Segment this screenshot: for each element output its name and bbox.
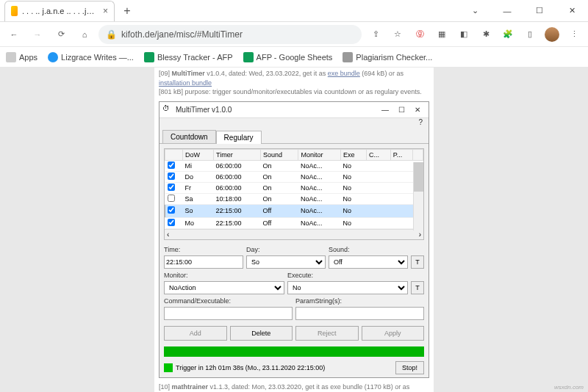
row-checkbox[interactable]	[168, 219, 175, 226]
browser-titlebar: . . . .. j.a.n.e .. . . .just.another.na…	[0, 0, 588, 22]
url-field[interactable]: 🔒 kifoth.de/jane/misc/#MultiTimer	[98, 25, 362, 44]
translate-icon[interactable]: ⓖ	[410, 25, 429, 44]
table-row[interactable]: Fr06:00:00OnNoAc...No	[165, 182, 423, 193]
monitor-label: Monitor:	[164, 272, 284, 279]
timer-table: DoWTimer SoundMonitor ExeC...P... Mi06:0…	[164, 148, 424, 240]
progress-bar	[164, 346, 424, 357]
multitimer-window: ⏱ MultiTimer v1.0.0 — ☐ ✕ ? Countdown Re…	[159, 101, 429, 378]
reject-button[interactable]: Reject	[295, 326, 359, 341]
star-icon[interactable]: ☆	[388, 25, 407, 44]
avatar[interactable]	[542, 25, 562, 44]
row-checkbox[interactable]	[168, 173, 175, 180]
browser-tab[interactable]: . . . .. j.a.n.e .. . . .just.another.na…	[4, 1, 115, 21]
tab-regulary[interactable]: Regulary	[216, 131, 262, 144]
watermark: wsxdn.com	[554, 384, 584, 391]
table-row[interactable]: Mo22:15:00OffNoAc...No	[165, 217, 423, 228]
back-icon[interactable]: ←	[4, 25, 24, 44]
close-tab-icon[interactable]: ×	[103, 6, 108, 16]
table-header-row: DoWTimer SoundMonitor ExeC...P...	[165, 149, 423, 160]
bookmark-afp[interactable]: AFP - Google Sheets	[243, 52, 333, 62]
execute-select[interactable]: No	[287, 281, 408, 294]
favicon	[11, 6, 18, 16]
mathtrainer-meta: [10] mathtrainer v1.1.3, dated: Mon, 23.…	[159, 378, 429, 392]
sound-select[interactable]: Off	[329, 255, 408, 269]
close-window-icon[interactable]: ✕	[556, 0, 588, 22]
time-label: Time:	[164, 246, 243, 253]
row-checkbox[interactable]	[168, 184, 175, 191]
new-tab-button[interactable]: +	[118, 1, 137, 21]
row-checkbox[interactable]	[168, 195, 175, 202]
maximize-icon[interactable]: ☐	[523, 0, 556, 22]
delete-button[interactable]: Delete	[230, 326, 293, 341]
install-bundle-link[interactable]: installation bundle	[159, 79, 212, 87]
panel-icon[interactable]: ▯	[520, 25, 539, 44]
forward-icon[interactable]: →	[28, 25, 47, 44]
app-title: MultiTimer v1.0.0	[176, 106, 377, 114]
reload-icon[interactable]: ⟳	[51, 25, 71, 44]
app-titlebar: ⏱ MultiTimer v1.0.0 — ☐ ✕	[159, 102, 429, 118]
execute-t-button[interactable]: T	[411, 281, 424, 294]
tab-title: . . . .. j.a.n.e .. . . .just.another.na…	[22, 7, 98, 15]
share-icon[interactable]: ⇪	[366, 25, 385, 44]
horizontal-scrollbar[interactable]: ‹›	[165, 229, 423, 239]
add-button[interactable]: Add	[164, 326, 227, 341]
page-body: [09] MultiTimer v1.0.4, dated: Wed, 23.0…	[0, 68, 588, 392]
time-input[interactable]	[164, 255, 243, 269]
param-label: ParamString(s):	[295, 297, 424, 305]
param-input[interactable]	[295, 307, 424, 320]
ext2-icon[interactable]: ◧	[454, 25, 473, 44]
tab-countdown[interactable]: Countdown	[162, 130, 216, 143]
window-caret-icon[interactable]: ⌄	[459, 0, 491, 22]
menu-icon[interactable]: ⋮	[564, 25, 584, 44]
puzzle-icon[interactable]: 🧩	[498, 25, 517, 44]
trigger-text: Trigger in 12h 01m 38s (Mo., 23.11.2020 …	[176, 364, 392, 371]
day-select[interactable]: So	[246, 255, 326, 269]
bookmarks-bar: Apps Lizgrace Writes —... Blessy Tracker…	[0, 47, 588, 68]
math-exe-link[interactable]: exe bundle	[330, 383, 362, 391]
cmd-label: Command/Executable:	[164, 297, 293, 305]
apply-button[interactable]: Apply	[362, 326, 425, 341]
execute-label: Execute:	[287, 272, 424, 279]
address-bar: ← → ⟳ ⌂ 🔒 kifoth.de/jane/misc/#MultiTime…	[0, 22, 588, 47]
apps-button[interactable]: Apps	[6, 52, 37, 62]
vertical-scrollbar[interactable]	[413, 162, 423, 231]
bookmark-blessy[interactable]: Blessy Tracker - AFP	[144, 52, 233, 62]
multitimer-meta: [09] MultiTimer v1.0.4, dated: Wed, 23.0…	[159, 68, 429, 98]
bookmark-plagiarism[interactable]: Plagiarism Checker...	[343, 52, 432, 62]
app-max-icon[interactable]: ☐	[393, 103, 409, 116]
app-close-icon[interactable]: ✕	[409, 103, 426, 116]
minimize-icon[interactable]: —	[491, 0, 523, 22]
day-label: Day:	[246, 246, 326, 253]
sound-label: Sound:	[329, 246, 424, 253]
monitor-select[interactable]: NoAction	[164, 281, 284, 294]
table-row[interactable]: So22:15:00OffNoAc...No	[165, 204, 423, 217]
ext1-icon[interactable]: ▦	[432, 25, 451, 44]
table-row[interactable]: Do06:00:00OnNoAc...No	[165, 171, 423, 182]
help-icon[interactable]: ?	[418, 118, 423, 126]
sound-t-button[interactable]: T	[411, 255, 424, 269]
cmd-input[interactable]	[164, 307, 293, 320]
stop-button[interactable]: Stop!	[395, 361, 424, 374]
home-icon[interactable]: ⌂	[75, 25, 94, 44]
bookmark-lizgrace[interactable]: Lizgrace Writes —...	[48, 52, 134, 62]
table-row[interactable]: Mi06:00:00OnNoAc...No	[165, 160, 423, 171]
row-checkbox[interactable]	[168, 161, 175, 169]
extensions-icon[interactable]: ✱	[476, 25, 495, 44]
status-indicator	[164, 363, 173, 372]
app-min-icon[interactable]: —	[377, 103, 393, 116]
table-row[interactable]: Sa10:18:00OnNoAc...No	[165, 193, 423, 204]
row-checkbox[interactable]	[168, 206, 175, 214]
url-text: kifoth.de/jane/misc/#MultiTimer	[121, 29, 243, 40]
lock-icon: 🔒	[106, 29, 117, 40]
exe-bundle-link[interactable]: exe bundle	[328, 70, 360, 77]
app-icon: ⏱	[162, 104, 173, 115]
